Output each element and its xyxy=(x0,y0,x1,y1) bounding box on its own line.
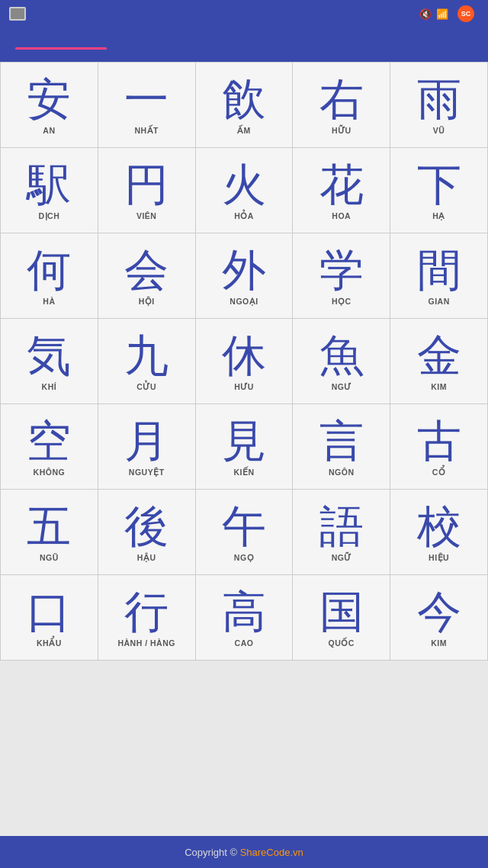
footer-highlight: ShareCode.vn xyxy=(240,847,303,858)
app-header xyxy=(0,27,488,62)
grid-cell-31[interactable]: 行HÀNH / HÀNG xyxy=(98,575,196,661)
grid-cell-6[interactable]: 円VIÊN xyxy=(98,148,196,233)
grid-cell-21[interactable]: 月NGUYỆT xyxy=(98,404,196,490)
mute-icon: 🔇 xyxy=(419,8,432,20)
kanji-label: DỊCH xyxy=(39,211,60,220)
grid-cell-26[interactable]: 後HẬU xyxy=(98,490,196,575)
kanji-label: NGOẠI xyxy=(230,297,258,306)
kanji-label: KHẨU xyxy=(37,638,62,648)
grid-cell-9[interactable]: 下HẠ xyxy=(390,148,488,233)
kanji-char: 行 xyxy=(124,590,169,634)
kanji-label: KHÍ xyxy=(42,382,57,391)
grid-cell-1[interactable]: 一NHẤT xyxy=(98,63,196,148)
status-bar: 🔇 📶 SC xyxy=(0,0,488,27)
grid-cell-2[interactable]: 飲ẤM xyxy=(196,63,294,148)
kanji-label: HOA xyxy=(332,211,351,220)
grid-cell-18[interactable]: 魚NGƯ xyxy=(293,319,390,404)
kanji-label: CỔ xyxy=(432,468,446,477)
kanji-label: HỮU xyxy=(332,126,352,135)
kanji-label: NHẤT xyxy=(134,126,159,135)
grid-cell-25[interactable]: 五NGŨ xyxy=(1,490,98,575)
kanji-char: 右 xyxy=(319,77,364,121)
grid-cell-5[interactable]: 駅DỊCH xyxy=(1,148,98,233)
kanji-char: 古 xyxy=(417,419,461,463)
kanji-label: KHÔNG xyxy=(34,468,66,477)
grid-cell-33[interactable]: 国QUỐC xyxy=(293,575,390,661)
kanji-label: HỌC xyxy=(332,297,352,306)
kanji-char: 外 xyxy=(222,248,266,292)
kanji-label: CỬU xyxy=(136,382,156,391)
kanji-label: VŨ xyxy=(433,126,445,135)
kanji-char: 言 xyxy=(319,419,364,463)
kanji-char: 火 xyxy=(222,162,266,207)
kanji-char: 語 xyxy=(319,504,364,548)
sharecode-badge: SC xyxy=(458,5,474,22)
kanji-label: HIỆU xyxy=(429,553,449,562)
grid-cell-32[interactable]: 高CAO xyxy=(196,575,294,661)
kanji-label: GIAN xyxy=(428,297,449,306)
kanji-label: ẤM xyxy=(237,126,251,135)
kanji-label: HẬU xyxy=(137,553,156,562)
kanji-label: HỘI xyxy=(139,297,155,306)
kanji-label: NGỌ xyxy=(234,553,254,562)
kanji-label: VIÊN xyxy=(136,211,157,220)
kanji-char: 口 xyxy=(27,590,71,634)
kanji-grid: 安AN一NHẤT飲ẤM右HỮU雨VŨ駅DỊCH円VIÊN火HỎA花HOA下HẠ何… xyxy=(0,62,488,661)
grid-cell-11[interactable]: 会HỘI xyxy=(98,233,196,319)
kanji-label: NGŨ xyxy=(40,553,59,562)
kanji-char: 気 xyxy=(27,333,71,378)
kanji-char: 金 xyxy=(417,333,461,378)
grid-cell-10[interactable]: 何HÀ xyxy=(1,233,98,319)
grid-cell-7[interactable]: 火HỎA xyxy=(196,148,294,233)
kanji-label: NGUYỆT xyxy=(129,468,165,477)
grid-cell-0[interactable]: 安AN xyxy=(1,63,98,148)
footer-text: Copyright © ShareCode.vn xyxy=(185,847,303,858)
kanji-char: 一 xyxy=(124,77,169,121)
kanji-char: 何 xyxy=(27,248,71,292)
grid-cell-29[interactable]: 校HIỆU xyxy=(390,490,488,575)
kanji-label: HẠ xyxy=(432,211,445,220)
grid-cell-3[interactable]: 右HỮU xyxy=(293,63,390,148)
grid-cell-13[interactable]: 学HỌC xyxy=(293,233,390,319)
grid-cell-14[interactable]: 間GIAN xyxy=(390,233,488,319)
kanji-char: 校 xyxy=(417,504,461,548)
grid-cell-8[interactable]: 花HOA xyxy=(293,148,390,233)
grid-cell-28[interactable]: 語NGỮ xyxy=(293,490,390,575)
grid-cell-20[interactable]: 空KHÔNG xyxy=(1,404,98,490)
grid-cell-23[interactable]: 言NGÔN xyxy=(293,404,390,490)
grid-cell-19[interactable]: 金KIM xyxy=(390,319,488,404)
grid-cell-34[interactable]: 今KIM xyxy=(390,575,488,661)
grid-cell-15[interactable]: 気KHÍ xyxy=(1,319,98,404)
status-icons: 🔇 📶 SC xyxy=(419,5,479,22)
kanji-char: 休 xyxy=(222,333,266,378)
kanji-label: HÀNH / HÀNG xyxy=(117,638,175,648)
kanji-char: 魚 xyxy=(319,333,364,378)
kanji-char: 間 xyxy=(417,248,461,292)
kanji-label: NGƯ xyxy=(332,382,352,391)
kanji-label: CAO xyxy=(235,638,254,648)
kanji-label: HÀ xyxy=(43,297,55,306)
kanji-char: 国 xyxy=(319,590,364,634)
kanji-label: KIM xyxy=(431,638,447,648)
kanji-char: 見 xyxy=(222,419,266,463)
kanji-char: 午 xyxy=(222,504,266,548)
kanji-char: 九 xyxy=(124,333,169,378)
grid-cell-24[interactable]: 古CỔ xyxy=(390,404,488,490)
kanji-label: KIẾN xyxy=(233,468,254,477)
grid-cell-30[interactable]: 口KHẨU xyxy=(1,575,98,661)
kanji-char: 円 xyxy=(124,162,169,207)
kanji-char: 安 xyxy=(27,77,71,121)
kanji-char: 後 xyxy=(124,504,169,548)
kanji-grid-container: 安AN一NHẤT飲ẤM右HỮU雨VŨ駅DỊCH円VIÊN火HỎA花HOA下HẠ何… xyxy=(0,62,488,836)
grid-cell-4[interactable]: 雨VŨ xyxy=(390,63,488,148)
grid-cell-27[interactable]: 午NGỌ xyxy=(196,490,294,575)
header-underline xyxy=(15,47,107,50)
kanji-char: 学 xyxy=(319,248,364,292)
grid-cell-16[interactable]: 九CỬU xyxy=(98,319,196,404)
grid-cell-17[interactable]: 休HƯU xyxy=(196,319,294,404)
kanji-label: QUỐC xyxy=(329,638,355,648)
kanji-label: HỎA xyxy=(234,211,254,220)
kanji-char: 空 xyxy=(27,419,71,463)
grid-cell-12[interactable]: 外NGOẠI xyxy=(196,233,294,319)
grid-cell-22[interactable]: 見KIẾN xyxy=(196,404,294,490)
